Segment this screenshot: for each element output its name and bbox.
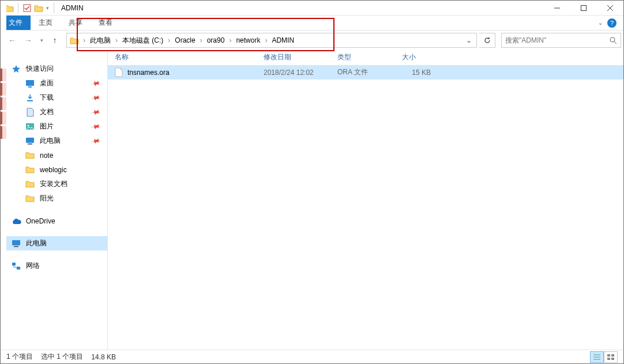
- breadcrumb-item[interactable]: 此电脑: [87, 33, 114, 47]
- sidebar-item-installdocs[interactable]: 安装文档: [1, 177, 107, 191]
- breadcrumb-item[interactable]: ora90: [204, 33, 228, 47]
- sidebar-item-label: 阳光: [40, 194, 54, 203]
- refresh-button[interactable]: [479, 33, 495, 48]
- sidebar-item-label: 下载: [40, 93, 54, 103]
- sidebar-item-downloads[interactable]: 下载 📌: [1, 90, 107, 105]
- pin-icon: 📌: [91, 122, 100, 131]
- ribbon-tabs: 文件 主页 共享 查看 ⌄ ?: [1, 16, 623, 31]
- tab-home[interactable]: 主页: [31, 16, 61, 30]
- breadcrumb-item[interactable]: 本地磁盘 (C:): [119, 33, 167, 47]
- qat-checkbox-icon[interactable]: [22, 3, 32, 13]
- svg-rect-12: [26, 138, 34, 143]
- sidebar-item-label: 快速访问: [26, 64, 54, 74]
- back-button[interactable]: ←: [5, 33, 19, 47]
- chevron-right-icon[interactable]: ›: [199, 36, 204, 44]
- svg-rect-2: [581, 5, 587, 10]
- history-dropdown-icon[interactable]: ▾: [37, 33, 46, 47]
- sidebar-item-desktop[interactable]: 桌面 📌: [1, 76, 107, 90]
- sidebar-item-pictures[interactable]: 图片 📌: [1, 119, 107, 134]
- left-crop-artifact: [1, 1, 6, 364]
- divider: [18, 3, 18, 13]
- sidebar-item-label: 此电脑: [26, 238, 47, 248]
- sidebar-thispc[interactable]: 此电脑: [1, 236, 107, 251]
- download-icon: [25, 93, 35, 103]
- pin-icon: 📌: [91, 108, 100, 117]
- column-type[interactable]: 类型: [330, 52, 395, 62]
- status-item-count: 1 个项目: [6, 352, 33, 362]
- star-icon: [11, 64, 21, 74]
- sidebar-item-label: 桌面: [40, 78, 54, 88]
- close-button[interactable]: [597, 1, 623, 16]
- svg-line-6: [614, 41, 617, 44]
- sidebar-item-yangguang[interactable]: 阳光: [1, 191, 107, 206]
- svg-rect-7: [26, 80, 34, 86]
- qat-dropdown-icon[interactable]: ▾: [45, 5, 50, 11]
- column-date[interactable]: 修改日期: [257, 52, 330, 62]
- breadcrumb-item[interactable]: network: [232, 33, 264, 47]
- chevron-right-icon[interactable]: ›: [167, 36, 171, 44]
- chevron-right-icon[interactable]: ›: [82, 36, 87, 44]
- folder-icon: [69, 35, 80, 46]
- ribbon-collapse-icon[interactable]: ⌄: [598, 20, 603, 26]
- view-switcher: [590, 351, 618, 363]
- svg-rect-14: [12, 240, 20, 245]
- column-size[interactable]: 大小: [395, 52, 441, 62]
- nav-tree: 快速访问 桌面 📌 下载 📌 文档 📌 图片 📌 此电脑 📌: [1, 50, 108, 352]
- svg-rect-9: [27, 100, 33, 101]
- quick-access-toolbar: ▾: [1, 3, 57, 13]
- search-box[interactable]: [501, 33, 621, 48]
- sidebar-network[interactable]: 网络: [1, 259, 107, 273]
- sidebar-onedrive[interactable]: OneDrive: [1, 214, 107, 228]
- title-bar: ▾ ADMIN: [1, 1, 623, 16]
- address-bar[interactable]: › 此电脑 › 本地磁盘 (C:) › Oracle › ora90 › net…: [66, 33, 477, 48]
- up-button[interactable]: ↑: [48, 33, 62, 47]
- forward-button[interactable]: →: [21, 33, 35, 47]
- network-icon: [11, 261, 21, 271]
- search-input[interactable]: [505, 36, 610, 44]
- nav-buttons: ← → ▾ ↑: [3, 33, 64, 47]
- folder-icon: [33, 3, 44, 13]
- view-icons-button[interactable]: [604, 351, 618, 363]
- file-row[interactable]: tnsnames.ora 2018/2/24 12:02 ORA 文件 15 K…: [108, 65, 623, 79]
- file-name-cell: tnsnames.ora: [108, 67, 257, 77]
- tab-share[interactable]: 共享: [61, 16, 91, 30]
- sidebar-item-thispc[interactable]: 此电脑 📌: [1, 134, 107, 148]
- document-icon: [25, 107, 35, 117]
- svg-point-11: [28, 125, 29, 127]
- sidebar-item-documents[interactable]: 文档 📌: [1, 105, 107, 119]
- desktop-icon: [25, 78, 35, 89]
- help-icon[interactable]: ?: [607, 18, 617, 28]
- sidebar-item-label: 文档: [40, 107, 54, 117]
- view-details-button[interactable]: [590, 351, 604, 363]
- address-dropdown-icon[interactable]: ⌄: [461, 36, 476, 44]
- chevron-right-icon[interactable]: ›: [228, 36, 232, 44]
- divider: [54, 3, 54, 13]
- pc-icon: [11, 238, 21, 249]
- window-controls: [544, 1, 623, 16]
- breadcrumb-item[interactable]: Oracle: [171, 33, 198, 47]
- sidebar-quick-access[interactable]: 快速访问: [1, 62, 107, 76]
- search-icon[interactable]: [610, 37, 617, 44]
- main-area: 快速访问 桌面 📌 下载 📌 文档 📌 图片 📌 此电脑 📌: [1, 50, 623, 352]
- column-name[interactable]: 名称: [108, 52, 257, 62]
- sidebar-item-note[interactable]: note: [1, 148, 107, 162]
- breadcrumb-item[interactable]: ADMIN: [268, 33, 298, 47]
- sidebar-item-label: OneDrive: [26, 217, 55, 225]
- status-selection: 选中 1 个项目: [41, 352, 83, 362]
- file-type: ORA 文件: [330, 67, 395, 77]
- sidebar-item-label: weblogic: [40, 166, 67, 174]
- sidebar-item-label: note: [40, 151, 53, 160]
- file-icon: [115, 67, 123, 77]
- chevron-right-icon[interactable]: ›: [114, 36, 119, 44]
- chevron-right-icon[interactable]: ›: [264, 36, 268, 44]
- nav-row: ← → ▾ ↑ › 此电脑 › 本地磁盘 (C:) › Oracle › ora…: [1, 31, 623, 50]
- file-size: 15 KB: [395, 69, 441, 77]
- svg-rect-22: [611, 354, 614, 357]
- maximize-button[interactable]: [570, 1, 597, 16]
- tab-view[interactable]: 查看: [91, 16, 121, 30]
- sidebar-item-weblogic[interactable]: weblogic: [1, 162, 107, 177]
- pictures-icon: [25, 122, 35, 132]
- minimize-button[interactable]: [544, 1, 570, 16]
- file-list: 名称 修改日期 类型 大小 tnsnames.ora 2018/2/24 12:…: [108, 50, 623, 352]
- folder-icon: [25, 150, 35, 161]
